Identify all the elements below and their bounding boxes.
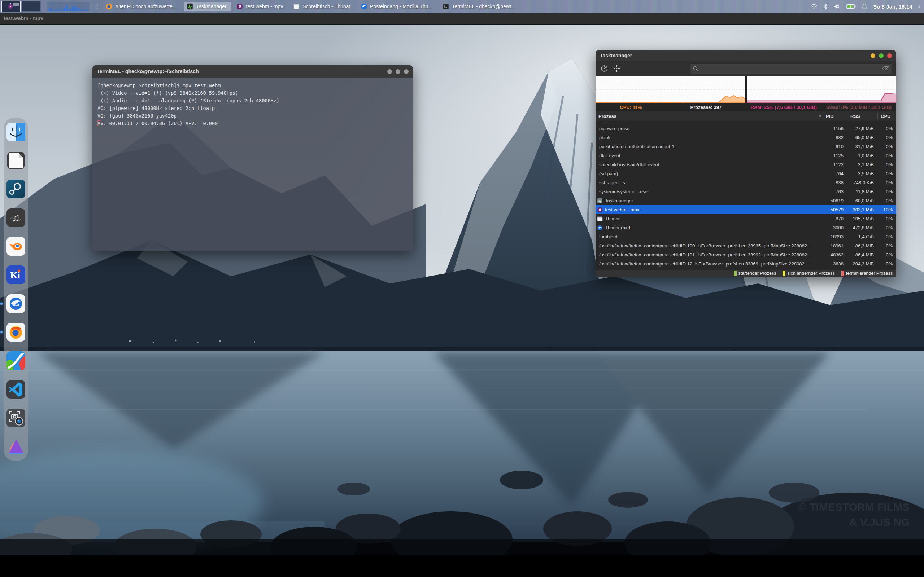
table-row[interactable]: Thunderbird3000472,8 MiB0% bbox=[596, 223, 896, 232]
dock-item-text-editor[interactable] bbox=[6, 151, 25, 170]
column-header-rss[interactable]: RSS bbox=[847, 113, 877, 119]
process-count-stat: Prozesse: 397 bbox=[690, 105, 722, 110]
window-button-thunar[interactable]: Schreibtisch - Thunar bbox=[290, 2, 355, 11]
thunderbird-process-icon bbox=[597, 225, 603, 231]
process-table: · · pipewire-pulse115627,9 MiB0% plank88… bbox=[596, 121, 896, 270]
file-manager-icon bbox=[6, 122, 25, 141]
window-button-label: Alter PC noch aufzuwerte... bbox=[115, 3, 176, 10]
dock-item-blender[interactable] bbox=[6, 237, 25, 256]
panel-clock[interactable]: So 8 Jan, 16:14 bbox=[873, 3, 912, 10]
window-button-firefox[interactable]: Alter PC noch aufzuwerte... bbox=[103, 2, 181, 11]
workspace-1-active[interactable] bbox=[2, 1, 21, 12]
window-button-minimize[interactable] bbox=[387, 69, 392, 74]
cpu-history-graph bbox=[596, 76, 745, 103]
dock-item-steam[interactable] bbox=[6, 180, 25, 198]
wifi-icon[interactable] bbox=[810, 3, 817, 10]
table-row[interactable]: ssh-agent -s838748,0 KiB0% bbox=[596, 178, 896, 187]
panel-cpu-graph-applet[interactable] bbox=[47, 2, 90, 11]
window-button-terminal[interactable]: TermiMEL - ghecko@newt... bbox=[439, 2, 520, 11]
bell-icon[interactable] bbox=[861, 3, 867, 10]
thunderbird-icon bbox=[360, 3, 367, 10]
cpu-applet-bar bbox=[86, 10, 88, 11]
terminal-line: AO: [pipewire] 48000Hz stereo 2ch floatp bbox=[97, 105, 215, 111]
svg-text:♫: ♫ bbox=[12, 212, 20, 224]
cpu-applet-bar bbox=[66, 5, 68, 11]
column-header-cpu[interactable]: CPU bbox=[877, 113, 896, 119]
sort-descending-icon[interactable]: ▾ bbox=[813, 114, 822, 119]
mpv-window-titlebar[interactable]: test.webm - mpv bbox=[0, 13, 924, 24]
clear-search-icon[interactable]: ⌫ bbox=[882, 66, 889, 71]
cpu-applet-bar bbox=[57, 9, 59, 11]
table-row[interactable]: rfkill event11251,0 MiB0% bbox=[596, 151, 896, 160]
table-row[interactable]: /usr/lib/firefox/firefox -contentproc -c… bbox=[596, 250, 896, 259]
process-search-field[interactable]: ⌫ bbox=[690, 63, 893, 74]
window-button-maximize[interactable] bbox=[396, 69, 400, 74]
window-button-maximize[interactable] bbox=[879, 53, 884, 58]
steam-icon bbox=[6, 180, 25, 198]
window-button-close[interactable] bbox=[887, 53, 892, 58]
blender-icon bbox=[6, 237, 25, 256]
dock-item-firefox[interactable] bbox=[6, 323, 25, 342]
table-row[interactable]: polkit-gnome-authentication-agent-191031… bbox=[596, 142, 896, 151]
dock-item-vscode[interactable] bbox=[6, 380, 25, 399]
window-button-close[interactable] bbox=[404, 69, 409, 74]
table-row[interactable]: Thunar870105,7 MiB0% bbox=[596, 214, 896, 223]
window-button-taskmanager[interactable]: Taskmanager bbox=[184, 2, 231, 11]
cpu-applet-bar bbox=[52, 10, 53, 11]
mini-mpv-icon bbox=[8, 4, 13, 9]
terminal-content[interactable]: [ghecko@newtp Schreibtisch]$ mpv test.we… bbox=[92, 77, 413, 251]
cpu-applet-bar bbox=[78, 8, 79, 11]
dock-item-prism-launcher[interactable] bbox=[6, 437, 25, 456]
table-row[interactable]: safechild /usr/sbin/rfkill event11223,1 … bbox=[596, 160, 896, 169]
window-picker-crosshair-icon[interactable] bbox=[613, 64, 621, 73]
panel-hide-chevron-icon[interactable]: ‹ bbox=[918, 3, 921, 10]
bluetooth-icon[interactable] bbox=[823, 3, 828, 10]
workspace-2[interactable] bbox=[22, 1, 41, 11]
table-row[interactable]: plank88265,0 MiB0% bbox=[596, 133, 896, 142]
window-button-thunderbird[interactable]: Posteingang - Mozilla Thu... bbox=[358, 2, 438, 11]
workspace-pager[interactable] bbox=[2, 1, 41, 12]
taskmanager-titlebar[interactable]: Taskmanager bbox=[596, 50, 896, 61]
video-watermark-line1: © TIMESTORM FILMS bbox=[798, 501, 909, 513]
dock-item-kicad[interactable]: Ki bbox=[6, 266, 25, 284]
cpu-usage-stat: CPU: 11% bbox=[620, 105, 642, 110]
taskmanager-window-title: Taskmanager bbox=[600, 53, 632, 58]
table-row[interactable]: tumblerd189931,4 GiB0% bbox=[596, 232, 896, 241]
window-button-label: Schreibtisch - Thunar bbox=[302, 3, 351, 10]
table-row[interactable]: /usr/lib/firefox/firefox -contentproc -c… bbox=[596, 259, 896, 268]
mini-window-filled bbox=[13, 3, 19, 6]
table-row-selected[interactable]: test.webm - mpv50579303,1 MiB10% bbox=[596, 205, 896, 214]
dock-item-file-manager[interactable] bbox=[6, 122, 25, 141]
terminal-line: (+) Video --vid=1 (*) (vp9 3840x2160 59.… bbox=[97, 90, 238, 96]
plank-dock: ♫ Ki bbox=[3, 118, 28, 461]
terminal-titlebar[interactable]: TermiMEL - ghecko@newtp:~/Schreibtisch bbox=[92, 65, 413, 77]
dock-item-krita[interactable] bbox=[6, 351, 25, 370]
table-row[interactable]: systemd/systemd --user76311,8 MiB0% bbox=[596, 187, 896, 196]
table-row[interactable]: /usr/lib/firefox/firefox -contentproc -c… bbox=[596, 241, 896, 250]
window-button-list: Alter PC noch aufzuwerte... Taskmanager … bbox=[103, 2, 520, 11]
search-input[interactable] bbox=[698, 66, 882, 71]
taskbar-grip-handle[interactable]: ⋮ bbox=[95, 3, 100, 10]
table-row[interactable]: (sd-pam)7643,5 MiB0% bbox=[596, 169, 896, 178]
text-document-icon bbox=[6, 151, 25, 170]
window-button-label: TermiMEL - ghecko@newt... bbox=[452, 3, 515, 10]
legend-label: terminierender Prozess bbox=[846, 271, 893, 276]
dock-item-screenshot-tool[interactable] bbox=[6, 409, 25, 427]
search-icon bbox=[693, 66, 698, 71]
window-button-mpv[interactable]: test.webm - mpv bbox=[234, 2, 288, 11]
column-header-process[interactable]: Prozess bbox=[596, 114, 813, 119]
column-header-pid[interactable]: PID bbox=[822, 113, 847, 119]
dock-item-thunderbird[interactable] bbox=[6, 294, 25, 313]
taskmanager-statsbar: CPU: 11% Prozesse: 397 RAM: 25% (7,6 GiB… bbox=[596, 103, 896, 111]
system-tray: So 8 Jan, 16:14 ‹ bbox=[810, 3, 924, 10]
terminal-line: VO: [gpu] 3840x2160 yuv420p bbox=[97, 113, 176, 119]
dock-running-indicator-firefox bbox=[0, 331, 3, 333]
dock-item-music-player[interactable]: ♫ bbox=[6, 208, 25, 227]
battery-charging-icon[interactable] bbox=[846, 4, 856, 9]
volume-icon[interactable] bbox=[834, 3, 841, 10]
legend-label: startender Prozess bbox=[738, 271, 776, 276]
table-row[interactable]: pipewire-pulse115627,9 MiB0% bbox=[596, 124, 896, 133]
window-button-minimize[interactable] bbox=[871, 53, 875, 58]
settings-gauge-icon[interactable] bbox=[601, 65, 608, 72]
table-row[interactable]: Taskmanager5061960,0 MiB0% bbox=[596, 196, 896, 205]
